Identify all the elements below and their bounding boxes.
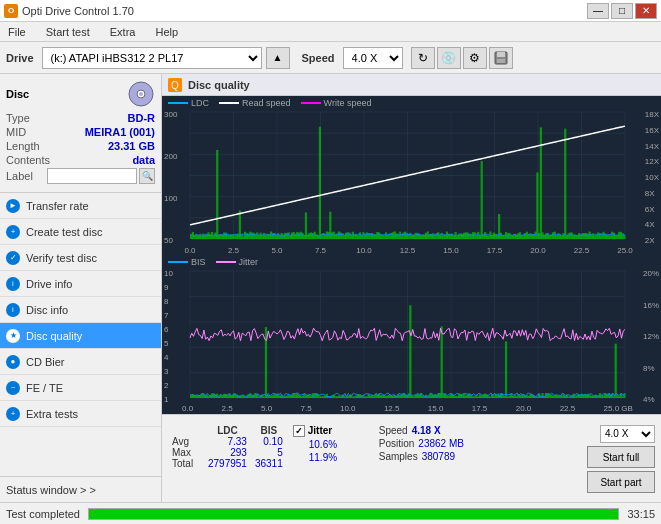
disc-label-input[interactable]	[47, 168, 137, 184]
bis-header: BIS	[251, 425, 287, 436]
nav-create-test-disc[interactable]: + Create test disc	[0, 219, 161, 245]
y-lower-left-3: 3	[164, 367, 173, 376]
bis-color	[168, 261, 188, 263]
disc-header: Disc	[6, 80, 155, 108]
x-lower-0: 0.0	[182, 404, 193, 413]
nav-extra-tests[interactable]: + Extra tests	[0, 401, 161, 427]
y-label-8x: 8X	[645, 189, 659, 198]
speed-buttons: ↻ 💿 ⚙	[411, 47, 513, 69]
table-header-row: LDC BIS	[168, 425, 287, 436]
disc-image	[127, 80, 155, 108]
jitter-checkbox[interactable]: ✓	[293, 425, 305, 437]
y-lower-4pct: 4%	[643, 395, 659, 404]
upper-y-axis-right: 18X 16X 14X 12X 10X 8X 6X 4X 2X	[645, 110, 659, 245]
nav-verify-test-disc[interactable]: ✓ Verify test disc	[0, 245, 161, 271]
y-label-6x: 6X	[645, 205, 659, 214]
disc-quality-title: Disc quality	[188, 79, 250, 91]
nav-transfer-rate-label: Transfer rate	[26, 200, 89, 212]
lower-y-axis-right: 20% 16% 12% 8% 4%	[643, 269, 659, 404]
disc-label-btn[interactable]: 🔍	[139, 168, 155, 184]
y-label-12x: 12X	[645, 157, 659, 166]
minimize-button[interactable]: —	[587, 3, 609, 19]
nav-cd-bier[interactable]: ● CD Bier	[0, 349, 161, 375]
speed-dropdown-select[interactable]: 4.0 X	[600, 425, 655, 443]
y-lower-left-10: 10	[164, 269, 173, 278]
menubar: File Start test Extra Help	[0, 22, 661, 42]
nav-create-test-label: Create test disc	[26, 226, 102, 238]
start-full-button[interactable]: Start full	[587, 446, 655, 468]
refresh-button[interactable]: ↻	[411, 47, 435, 69]
y-lower-left-9: 9	[164, 283, 173, 292]
action-section: 4.0 X Start full Start part	[587, 425, 655, 493]
disc-button[interactable]: 💿	[437, 47, 461, 69]
disc-length-value: 23.31 GB	[108, 140, 155, 152]
position-value: 23862 MB	[418, 438, 464, 449]
svg-point-5	[139, 92, 143, 96]
eject-button[interactable]: ▲	[266, 47, 290, 69]
status-window-label: Status window > >	[6, 484, 96, 496]
drivebar: Drive (k:) ATAPI iHBS312 2 PL17 ▲ Speed …	[0, 42, 661, 74]
menu-help[interactable]: Help	[151, 24, 182, 40]
svg-text:Q: Q	[171, 80, 179, 91]
titlebar-left: O Opti Drive Control 1.70	[4, 4, 134, 18]
progress-bar-fill	[89, 509, 618, 519]
max-bis: 5	[251, 447, 287, 458]
nav-disc-info[interactable]: i Disc info	[0, 297, 161, 323]
speed-select[interactable]: 4.0 X	[343, 47, 403, 69]
samples-label: Samples	[379, 451, 418, 462]
app-window: O Opti Drive Control 1.70 — □ ✕ File Sta…	[0, 0, 661, 524]
speed-label: Speed	[302, 52, 335, 64]
legend-jitter: Jitter	[216, 257, 259, 267]
x-lower-7.5: 7.5	[300, 404, 311, 413]
y-lower-left-1: 1	[164, 395, 173, 404]
maximize-button[interactable]: □	[611, 3, 633, 19]
nav-transfer-rate[interactable]: ► Transfer rate	[0, 193, 161, 219]
legend-ldc: LDC	[168, 98, 209, 108]
sidebar: Disc Type BD-R MID MEIRA1 (001)	[0, 74, 162, 502]
stats-row: LDC BIS Avg 7.33 0.10 Max 293 5	[166, 423, 657, 495]
nav-verify-test-label: Verify test disc	[26, 252, 97, 264]
menu-start-test[interactable]: Start test	[42, 24, 94, 40]
menu-file[interactable]: File	[4, 24, 30, 40]
disc-length-label: Length	[6, 140, 40, 152]
main-area: Disc Type BD-R MID MEIRA1 (001)	[0, 74, 661, 502]
legend-jitter-label: Jitter	[239, 257, 259, 267]
disc-info-icon: i	[6, 303, 20, 317]
samples-row: Samples 380789	[379, 451, 464, 462]
nav-fe-te[interactable]: ~ FE / TE	[0, 375, 161, 401]
x-lower-12.5: 12.5	[384, 404, 400, 413]
settings-button[interactable]: ⚙	[463, 47, 487, 69]
save-button[interactable]	[489, 47, 513, 69]
y-label-4x: 4X	[645, 220, 659, 229]
jitter-color	[216, 261, 236, 263]
menu-extra[interactable]: Extra	[106, 24, 140, 40]
disc-label-row: Label 🔍	[6, 168, 155, 184]
nav-drive-info[interactable]: i Drive info	[0, 271, 161, 297]
drive-select[interactable]: (k:) ATAPI iHBS312 2 PL17	[42, 47, 262, 69]
ldc-header: LDC	[204, 425, 251, 436]
nav-disc-quality[interactable]: ★ Disc quality	[0, 323, 161, 349]
legend-ldc-label: LDC	[191, 98, 209, 108]
start-part-button[interactable]: Start part	[587, 471, 655, 493]
max-label: Max	[168, 447, 204, 458]
y-label-16x: 16X	[645, 126, 659, 135]
nav-fe-te-label: FE / TE	[26, 382, 63, 394]
fe-te-icon: ~	[6, 381, 20, 395]
close-button[interactable]: ✕	[635, 3, 657, 19]
y-lower-16pct: 16%	[643, 301, 659, 310]
jitter-section: ✓ Jitter 10.6% 11.9%	[293, 425, 373, 463]
y-left-100: 100	[164, 194, 177, 203]
status-window-nav[interactable]: Status window > >	[0, 476, 161, 502]
y-left-50: 50	[164, 236, 177, 245]
progress-bar-container	[88, 508, 619, 520]
nav-disc-quality-label: Disc quality	[26, 330, 82, 342]
status-text: Test completed	[6, 508, 80, 520]
titlebar: O Opti Drive Control 1.70 — □ ✕	[0, 0, 661, 22]
disc-type-row: Type BD-R	[6, 112, 155, 124]
lower-x-axis: 0.0 2.5 5.0 7.5 10.0 12.5 15.0 17.5 20.0…	[182, 404, 633, 413]
elapsed-time: 33:15	[627, 508, 655, 520]
y-left-200: 200	[164, 152, 177, 161]
disc-type-label: Type	[6, 112, 30, 124]
disc-contents-label: Contents	[6, 154, 50, 166]
y-left-300: 300	[164, 110, 177, 119]
